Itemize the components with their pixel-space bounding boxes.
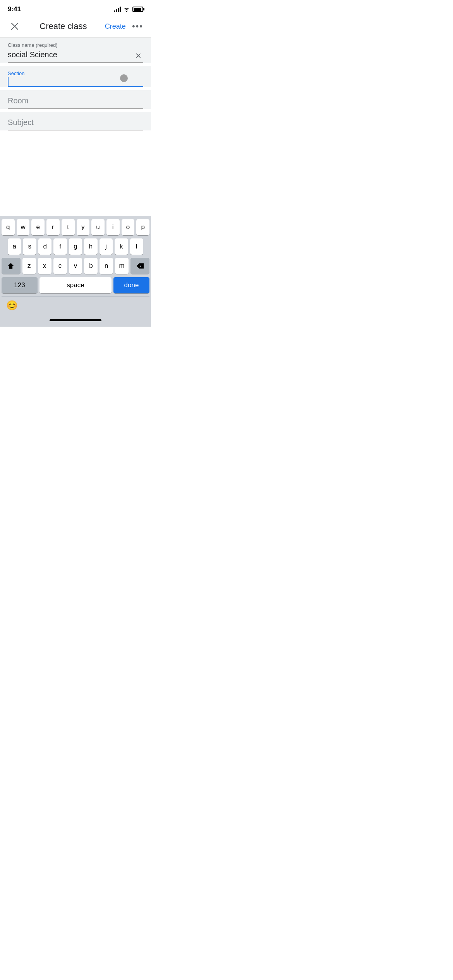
emoji-button[interactable]: 😊 bbox=[6, 300, 18, 311]
subject-input-row: Subject bbox=[8, 117, 143, 130]
key-m[interactable]: m bbox=[115, 258, 129, 274]
nav-actions: Create ••• bbox=[105, 21, 143, 31]
key-w[interactable]: w bbox=[17, 219, 30, 235]
key-i[interactable]: i bbox=[106, 219, 120, 235]
close-button[interactable] bbox=[8, 19, 22, 33]
key-b[interactable]: b bbox=[84, 258, 98, 274]
status-time: 9:41 bbox=[8, 5, 21, 13]
key-c[interactable]: c bbox=[53, 258, 67, 274]
signal-icon bbox=[114, 7, 121, 12]
battery-icon bbox=[132, 7, 143, 12]
section-cursor bbox=[8, 77, 9, 86]
form-area: Class name (required) social Science ✕ S… bbox=[0, 38, 151, 130]
section-dot bbox=[120, 74, 128, 82]
key-f[interactable]: f bbox=[53, 238, 67, 255]
create-button[interactable]: Create bbox=[105, 22, 126, 31]
key-t[interactable]: t bbox=[62, 219, 75, 235]
key-u[interactable]: u bbox=[91, 219, 105, 235]
gap-2 bbox=[0, 87, 151, 90]
keyboard-row-1: q w e r t y u i o p bbox=[2, 219, 149, 235]
home-bar bbox=[50, 319, 101, 321]
keyboard-bottom-row: 123 space done bbox=[2, 277, 149, 296]
key-o[interactable]: o bbox=[122, 219, 135, 235]
key-s[interactable]: s bbox=[23, 238, 36, 255]
emoji-bar: 😊 bbox=[2, 296, 149, 314]
more-button[interactable]: ••• bbox=[132, 21, 143, 31]
class-name-field[interactable]: Class name (required) social Science ✕ bbox=[0, 38, 151, 63]
key-y[interactable]: y bbox=[77, 219, 90, 235]
key-backspace[interactable] bbox=[130, 258, 149, 274]
room-divider bbox=[8, 108, 143, 109]
key-shift[interactable] bbox=[2, 258, 21, 274]
class-name-input-row: social Science ✕ bbox=[8, 49, 143, 62]
key-numbers[interactable]: 123 bbox=[2, 277, 38, 293]
key-z[interactable]: z bbox=[22, 258, 36, 274]
room-placeholder: Room bbox=[8, 95, 28, 108]
key-done[interactable]: done bbox=[113, 277, 149, 293]
key-g[interactable]: g bbox=[69, 238, 82, 255]
home-indicator bbox=[2, 314, 149, 327]
subject-field[interactable]: Subject bbox=[0, 112, 151, 130]
key-p[interactable]: p bbox=[136, 219, 149, 235]
key-l[interactable]: l bbox=[130, 238, 143, 255]
key-d[interactable]: d bbox=[38, 238, 51, 255]
key-x[interactable]: x bbox=[38, 258, 51, 274]
room-field[interactable]: Room bbox=[0, 90, 151, 109]
class-name-label: Class name (required) bbox=[8, 42, 143, 48]
key-r[interactable]: r bbox=[46, 219, 60, 235]
key-q[interactable]: q bbox=[2, 219, 15, 235]
status-bar: 9:41 bbox=[0, 0, 151, 15]
nav-bar: Create class Create ••• bbox=[0, 15, 151, 38]
page-title: Create class bbox=[39, 21, 87, 31]
wifi-icon bbox=[123, 7, 130, 12]
section-field[interactable]: Section bbox=[0, 66, 151, 87]
class-name-value: social Science bbox=[8, 49, 134, 62]
room-input-row: Room bbox=[8, 95, 143, 108]
key-e[interactable]: e bbox=[31, 219, 45, 235]
subject-placeholder: Subject bbox=[8, 117, 34, 130]
keyboard: q w e r t y u i o p a s d f g h j k l z … bbox=[0, 216, 151, 327]
key-a[interactable]: a bbox=[8, 238, 21, 255]
class-name-clear-button[interactable]: ✕ bbox=[134, 50, 143, 62]
section-divider bbox=[8, 86, 143, 87]
keyboard-row-3: z x c v b n m bbox=[2, 258, 149, 274]
class-name-divider bbox=[8, 62, 143, 63]
subject-divider bbox=[8, 130, 143, 130]
key-v[interactable]: v bbox=[69, 258, 82, 274]
keyboard-row-2: a s d f g h j k l bbox=[2, 238, 149, 255]
key-k[interactable]: k bbox=[115, 238, 128, 255]
gap-3 bbox=[0, 109, 151, 112]
status-icons bbox=[114, 7, 143, 12]
key-h[interactable]: h bbox=[84, 238, 97, 255]
key-j[interactable]: j bbox=[100, 238, 113, 255]
gap-1 bbox=[0, 63, 151, 66]
key-n[interactable]: n bbox=[100, 258, 113, 274]
key-space[interactable]: space bbox=[39, 277, 112, 293]
